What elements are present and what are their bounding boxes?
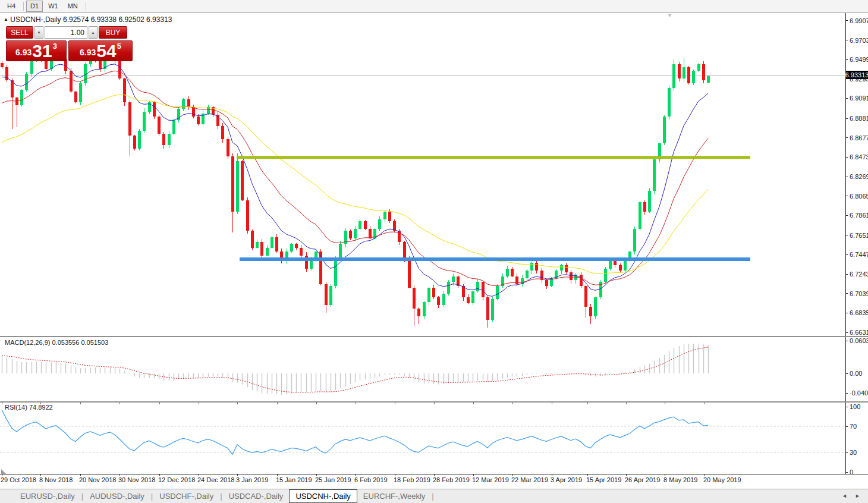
sell-price-base: 6.93: [15, 48, 32, 57]
sell-button[interactable]: SELL: [6, 26, 33, 39]
buy-price-display[interactable]: 6.93 54 5: [68, 40, 133, 61]
chart-symbol-label: USDCNH-,Daily: [10, 15, 61, 24]
tab-scroll-left-icon[interactable]: ◄: [842, 493, 847, 499]
symbol-tab-bar: EURUSD-,Daily|AUDUSD-,Daily|USDCHF-,Dail…: [0, 489, 868, 503]
volume-down-button[interactable]: ▼: [34, 26, 43, 39]
collapse-triangle-icon: ▲: [4, 17, 8, 22]
buy-price-base: 6.93: [80, 48, 96, 57]
one-click-trading-panel: SELL ▼ 1.00 ▲ BUY 6.93 31 3 6.93 54 5: [6, 26, 133, 61]
tab-usdcad-daily[interactable]: USDCAD-,Daily: [223, 490, 290, 503]
chevron-down-icon: ▼: [37, 31, 41, 34]
buy-price-sup: 5: [117, 42, 121, 51]
buy-button[interactable]: BUY: [99, 26, 127, 39]
volume-input[interactable]: 1.00: [45, 26, 87, 39]
sell-price-big: 31: [32, 42, 52, 60]
macd-indicator-label: MACD(12,26,9) 0.053556 0.051503: [5, 339, 108, 346]
current-price-tag: 6.93313: [846, 71, 868, 79]
chart-title: ▲ USDCNH-,Daily 6.92574 6.93338 6.92502 …: [4, 15, 172, 24]
tab-eurusd-daily[interactable]: EURUSD-,Daily: [14, 490, 81, 503]
tab-eurchf-weekly[interactable]: EURCHF-,Weekly: [357, 490, 432, 503]
panel-separator[interactable]: [0, 401, 868, 403]
tab-scroll-right-icon[interactable]: ►: [855, 493, 860, 499]
subwindow-resize-grip-icon[interactable]: [1, 469, 6, 474]
rsi-indicator-label: RSI(14) 74.8922: [5, 404, 53, 411]
chevron-up-icon: ▲: [92, 31, 95, 34]
tab-usdchf-daily[interactable]: USDCHF-,Daily: [153, 490, 219, 503]
volume-up-button[interactable]: ▲: [89, 26, 98, 39]
chart-canvas[interactable]: [0, 0, 868, 503]
sell-price-sup: 3: [53, 42, 57, 51]
panel-separator[interactable]: [0, 336, 868, 337]
tab-divider: |: [431, 492, 434, 501]
chart-ohlc-values: 6.92574 6.93338 6.92502 6.93313: [63, 15, 172, 24]
sell-price-display[interactable]: 6.93 31 3: [6, 40, 67, 61]
tab-audusd-daily[interactable]: AUDUSD-,Daily: [84, 490, 150, 503]
buy-price-big: 54: [96, 42, 116, 60]
tab-usdcnh-daily[interactable]: USDCNH-,Daily: [289, 489, 357, 503]
mt4-window: H4D1W1MN 6.990706.970306.949906.929506.9…: [0, 0, 868, 503]
chart-shift-marker-icon[interactable]: ▼: [667, 12, 672, 18]
